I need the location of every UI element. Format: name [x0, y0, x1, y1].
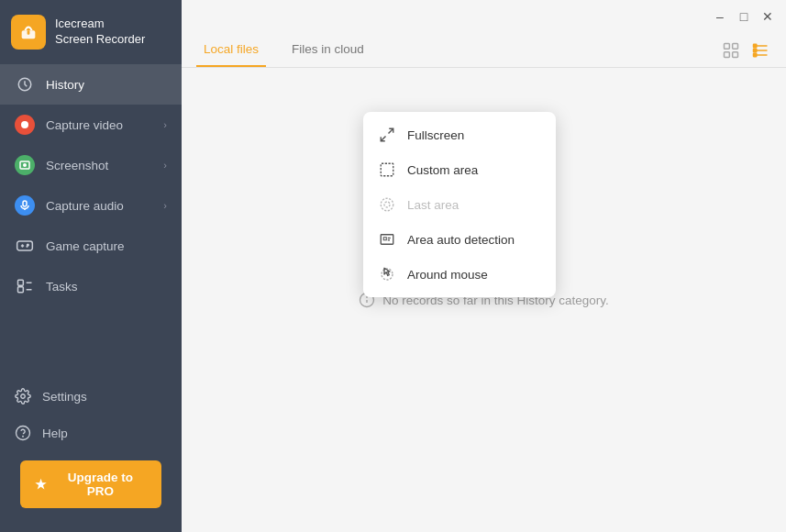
svg-line-33 — [389, 128, 393, 133]
svg-point-37 — [381, 198, 393, 211]
settings-item[interactable]: Settings — [11, 380, 171, 413]
screenshot-dropdown: Fullscreen Custom area Last area — [363, 112, 556, 297]
sidebar-item-screenshot[interactable]: Screenshot › — [0, 145, 182, 185]
title-bar: – □ ✕ — [182, 0, 786, 33]
sidebar-bottom: Settings Help ★ Upgrade to PRO — [0, 369, 182, 532]
chevron-right-icon: › — [163, 200, 167, 211]
sidebar-item-label: Capture video — [46, 118, 123, 132]
clock-icon — [15, 74, 35, 94]
chevron-right-icon: › — [163, 160, 167, 171]
menu-item-area-auto[interactable]: Area auto detection — [363, 222, 556, 257]
sidebar-item-game-capture[interactable]: Game capture — [0, 226, 182, 266]
list-view-button[interactable] — [749, 39, 771, 61]
svg-rect-28 — [754, 49, 757, 51]
sidebar-item-capture-audio[interactable]: Capture audio › — [0, 185, 182, 226]
game-icon — [15, 236, 35, 256]
help-label: Help — [42, 427, 68, 440]
svg-rect-14 — [18, 287, 24, 293]
svg-rect-23 — [733, 51, 738, 57]
maximize-button[interactable]: □ — [736, 9, 751, 24]
menu-item-label: Around mouse — [407, 268, 488, 282]
svg-rect-38 — [381, 235, 393, 245]
help-icon — [15, 425, 31, 441]
svg-rect-21 — [733, 43, 738, 49]
view-controls — [720, 39, 771, 61]
app-header: Icecream Screen Recorder — [0, 0, 182, 64]
sidebar-nav: History Capture video › Screenshot › — [0, 64, 182, 369]
upgrade-button[interactable]: ★ Upgrade to PRO — [20, 460, 161, 508]
menu-item-label: Custom area — [407, 163, 478, 177]
help-item[interactable]: Help — [11, 416, 171, 449]
menu-item-fullscreen[interactable]: Fullscreen — [363, 117, 556, 152]
record-icon — [15, 115, 35, 135]
tab-files-in-cloud[interactable]: Files in cloud — [284, 33, 371, 67]
svg-point-17 — [21, 394, 26, 399]
tabs-bar: Local files Files in cloud — [182, 33, 786, 68]
main-content: – □ ✕ Local files Files in cloud — [182, 0, 786, 532]
svg-rect-8 — [17, 241, 33, 250]
menu-item-last-area: Last area — [363, 187, 556, 222]
sidebar-item-label: History — [46, 78, 84, 92]
around-mouse-icon — [378, 265, 396, 283]
sidebar-item-capture-video[interactable]: Capture video › — [0, 105, 182, 145]
upgrade-label: Upgrade to PRO — [54, 471, 147, 498]
settings-icon — [15, 388, 31, 405]
svg-point-12 — [27, 246, 28, 247]
chevron-right-icon: › — [163, 119, 167, 130]
fullscreen-icon — [378, 126, 396, 144]
svg-rect-27 — [754, 44, 757, 47]
tab-local-files[interactable]: Local files — [196, 33, 266, 67]
svg-rect-1 — [28, 30, 30, 35]
svg-rect-29 — [754, 53, 757, 56]
custom-area-icon — [378, 161, 396, 179]
star-icon: ★ — [35, 477, 47, 492]
menu-item-label: Last area — [407, 198, 459, 212]
last-area-icon — [378, 195, 396, 214]
menu-item-custom-area[interactable]: Custom area — [363, 152, 556, 187]
svg-rect-22 — [725, 51, 730, 57]
svg-rect-35 — [381, 163, 393, 176]
svg-rect-13 — [18, 280, 24, 285]
app-icon — [11, 15, 46, 50]
settings-label: Settings — [42, 390, 87, 404]
close-button[interactable]: ✕ — [760, 9, 775, 24]
svg-rect-6 — [23, 201, 27, 206]
minimize-button[interactable]: – — [713, 9, 727, 24]
svg-point-18 — [17, 427, 30, 440]
sidebar-item-label: Capture audio — [46, 199, 124, 213]
menu-item-around-mouse[interactable]: Around mouse — [363, 257, 556, 292]
menu-item-label: Fullscreen — [407, 128, 464, 142]
sidebar-item-label: Tasks — [46, 280, 78, 294]
sidebar: Icecream Screen Recorder History Capture… — [0, 0, 182, 532]
grid-view-button[interactable] — [720, 39, 742, 61]
svg-point-3 — [21, 121, 28, 128]
sidebar-item-history[interactable]: History — [0, 64, 182, 105]
screenshot-icon — [15, 155, 35, 175]
sidebar-item-label: Screenshot — [46, 159, 108, 172]
svg-point-36 — [384, 202, 390, 207]
app-title: Icecream Screen Recorder — [55, 17, 145, 48]
sidebar-item-label: Game capture — [46, 239, 125, 253]
tasks-icon — [15, 276, 35, 296]
svg-line-34 — [381, 137, 385, 141]
sidebar-item-tasks[interactable]: Tasks — [0, 266, 182, 306]
svg-point-5 — [23, 163, 27, 167]
menu-item-label: Area auto detection — [407, 233, 515, 247]
area-auto-icon — [378, 230, 396, 249]
svg-rect-20 — [725, 43, 730, 49]
audio-icon — [15, 195, 35, 216]
